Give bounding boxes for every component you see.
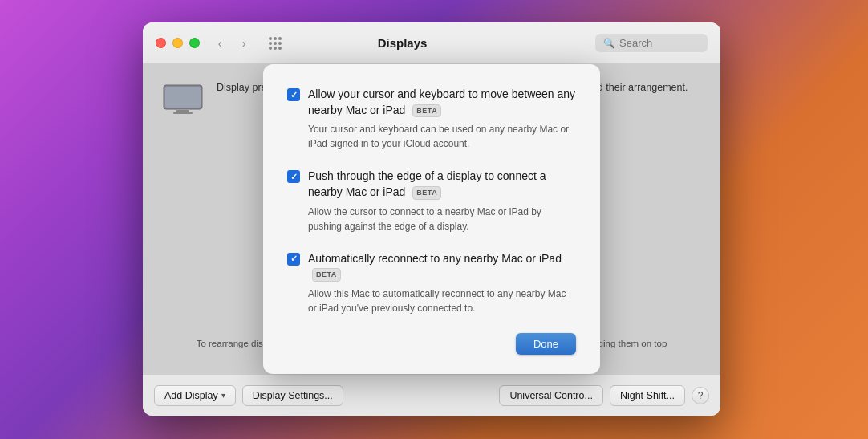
option-3-description: Allow this Mac to automatically reconnec… (308, 287, 576, 315)
option-1-description: Your cursor and keyboard can be used on … (308, 122, 576, 151)
add-display-button[interactable]: Add Display ▾ (154, 385, 236, 406)
option-3: Automatically reconnect to any nearby Ma… (287, 251, 576, 315)
traffic-lights (156, 38, 200, 48)
main-window: ‹ › Displays 🔍 (143, 22, 720, 416)
universal-control-button[interactable]: Universal Contro... (499, 385, 603, 406)
option-2-label: Push through the edge of a display to co… (308, 169, 576, 200)
add-display-chevron: ▾ (221, 391, 225, 400)
done-button[interactable]: Done (516, 333, 576, 355)
option-2-checkbox[interactable] (287, 170, 300, 183)
option-1-row: Allow your cursor and keyboard to move b… (287, 87, 576, 118)
minimize-button[interactable] (172, 38, 183, 48)
option-1-beta-badge: BETA (412, 104, 441, 118)
option-1: Allow your cursor and keyboard to move b… (287, 87, 576, 151)
display-settings-button[interactable]: Display Settings... (242, 385, 343, 406)
night-shift-button[interactable]: Night Shift... (610, 385, 685, 406)
universal-control-modal: Allow your cursor and keyboard to move b… (263, 64, 600, 374)
search-input[interactable] (619, 37, 700, 49)
option-3-label: Automatically reconnect to any nearby Ma… (308, 251, 576, 283)
modal-overlay: Allow your cursor and keyboard to move b… (143, 64, 720, 374)
search-icon: 🔍 (603, 38, 615, 49)
modal-footer: Done (287, 333, 576, 355)
search-bar[interactable]: 🔍 (595, 34, 708, 52)
help-button[interactable]: ? (692, 387, 709, 404)
option-1-label: Allow your cursor and keyboard to move b… (308, 87, 576, 118)
bottom-bar: Add Display ▾ Display Settings... Univer… (143, 374, 720, 416)
option-2-row: Push through the edge of a display to co… (287, 169, 576, 200)
option-3-beta-badge: BETA (312, 268, 341, 282)
close-button[interactable] (156, 38, 166, 48)
option-2-description: Allow the cursor to connect to a nearby … (308, 205, 576, 234)
maximize-button[interactable] (189, 38, 200, 48)
option-3-checkbox[interactable] (287, 253, 300, 266)
option-3-row: Automatically reconnect to any nearby Ma… (287, 251, 576, 283)
option-1-checkbox[interactable] (287, 88, 300, 101)
window-content: Display preferences control the resoluti… (143, 64, 720, 374)
option-2: Push through the edge of a display to co… (287, 169, 576, 233)
window-title: Displays (209, 36, 595, 50)
titlebar: ‹ › Displays 🔍 (143, 22, 720, 64)
option-2-beta-badge: BETA (412, 186, 441, 200)
